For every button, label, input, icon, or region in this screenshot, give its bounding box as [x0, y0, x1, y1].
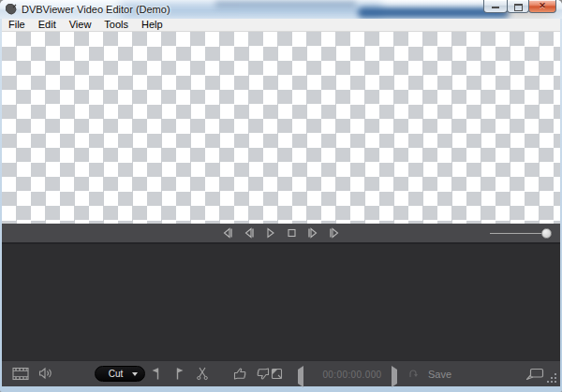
- play-icon: [263, 226, 277, 240]
- menu-tools[interactable]: Tools: [97, 19, 135, 31]
- filmstrip-button[interactable]: [12, 367, 29, 381]
- thumbs-up-icon: [232, 367, 247, 381]
- step-forward-button[interactable]: [306, 226, 320, 240]
- close-icon: ✕: [529, 1, 555, 10]
- filmstrip-icon: [12, 367, 29, 381]
- audio-mute-button[interactable]: [38, 367, 54, 380]
- frame-back-button[interactable]: [298, 370, 303, 384]
- left-arrow-icon: [298, 366, 303, 387]
- skip-back-icon: [220, 226, 234, 240]
- video-preview-area: [2, 32, 560, 224]
- keep-segment-button[interactable]: [232, 367, 247, 381]
- caption-buttons: ✕: [484, 0, 556, 13]
- snapshot-icon: [270, 367, 284, 381]
- stop-button[interactable]: [285, 226, 299, 240]
- step-back-button[interactable]: [242, 226, 256, 240]
- stop-icon: [285, 226, 299, 240]
- app-window: DVBViewer Video Editor (Demo) ✕ File Edi…: [0, 0, 562, 392]
- flag-end-icon: [173, 367, 186, 381]
- set-cut-start-button[interactable]: [149, 367, 162, 381]
- window-title: DVBViewer Video Editor (Demo): [22, 4, 170, 15]
- menu-file[interactable]: File: [2, 19, 32, 31]
- frame-forward-button[interactable]: [392, 370, 397, 384]
- save-button[interactable]: Save: [428, 369, 451, 380]
- right-arrow-icon: [392, 366, 397, 387]
- minimize-icon: [492, 7, 499, 8]
- timecode-display: 00:00:00.000: [317, 370, 388, 380]
- cut-mode-dropdown[interactable]: Cut: [95, 366, 145, 382]
- resize-grip[interactable]: [546, 372, 557, 384]
- cut-mode-value: Cut: [96, 369, 132, 379]
- titlebar: DVBViewer Video Editor (Demo) ✕: [0, 0, 562, 19]
- menu-edit[interactable]: Edit: [32, 19, 63, 31]
- minimize-button[interactable]: [483, 0, 508, 13]
- zoom-slider-knob[interactable]: [541, 228, 552, 239]
- thumbs-down-icon: [256, 367, 271, 381]
- zoom-slider-track[interactable]: [490, 233, 547, 234]
- maximize-icon: [514, 4, 523, 11]
- menu-help[interactable]: Help: [135, 19, 170, 31]
- bottom-toolbar: Cut: [2, 360, 560, 386]
- maximize-button[interactable]: [507, 0, 529, 13]
- previous-cut-point-button[interactable]: [220, 226, 234, 240]
- app-icon: [6, 4, 17, 15]
- step-forward-icon: [306, 226, 320, 240]
- transport-bar: [2, 224, 560, 242]
- goto-position-button[interactable]: [407, 368, 420, 380]
- skip-forward-icon: [328, 226, 342, 240]
- menubar: File Edit View Tools Help: [2, 19, 560, 32]
- curved-arrow-icon: [407, 368, 420, 380]
- set-cut-end-button[interactable]: [173, 367, 186, 381]
- playback-controls: [220, 226, 342, 240]
- flag-start-icon: [149, 367, 162, 381]
- scissors-icon: [196, 366, 209, 381]
- discard-segment-button[interactable]: [256, 367, 271, 381]
- cut-scissors-button[interactable]: [196, 366, 209, 381]
- snapshot-button[interactable]: [270, 367, 284, 381]
- step-back-icon: [242, 226, 256, 240]
- play-button[interactable]: [263, 226, 277, 240]
- monitor-icon: [525, 368, 544, 381]
- speaker-icon: [38, 367, 54, 380]
- aero-glass-blur: [215, 1, 356, 7]
- close-button[interactable]: ✕: [528, 0, 556, 13]
- chevron-down-icon: [132, 372, 138, 376]
- menu-view[interactable]: View: [63, 19, 98, 31]
- monitor-button[interactable]: [525, 368, 544, 381]
- timeline-area[interactable]: [2, 242, 560, 360]
- next-cut-point-button[interactable]: [328, 226, 342, 240]
